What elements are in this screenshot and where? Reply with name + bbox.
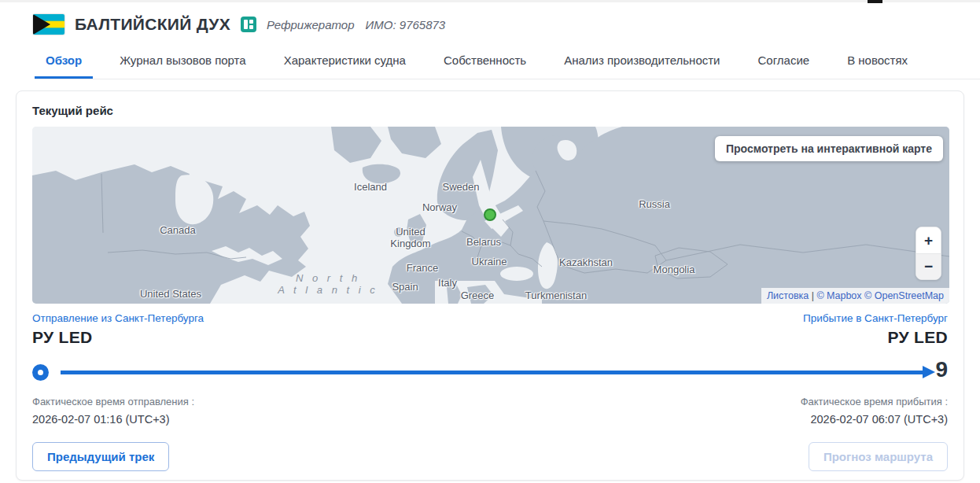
tab-4[interactable]: Анализ производительности <box>553 46 731 79</box>
destination-pin-icon: 9 <box>935 359 948 381</box>
departure-port-link[interactable]: Отправление из Санкт-Петербурга <box>32 312 204 324</box>
tab-3[interactable]: Собственность <box>433 46 537 79</box>
tab-1[interactable]: Журнал вызовов порта <box>109 46 257 79</box>
mapbox-link[interactable]: © Mapbox <box>816 290 861 301</box>
vessel-position-marker[interactable] <box>484 208 496 221</box>
voyage-map[interactable]: IcelandSwedenNorwayCanadaUnited KingdomR… <box>32 127 949 304</box>
arrival-time-label: Фактическое время прибытия : <box>801 396 948 407</box>
osm-link[interactable]: © OpenStreetMap <box>864 290 944 301</box>
attribution-separator: | <box>809 290 816 301</box>
departure-time-value: 2026-02-07 01:16 (UTC+3) <box>32 413 194 426</box>
arrival-port-link[interactable]: Прибытие в Санкт-Петербург <box>803 312 948 324</box>
top-scrollbar-thumb[interactable] <box>868 0 882 3</box>
map-attribution: Листовка | © Mapbox © OpenStreetMap <box>761 288 949 304</box>
vessel-type-label: Рефрижератор <box>267 18 355 31</box>
arrival-port-code: РУ LED <box>888 328 948 347</box>
vessel-header: БАЛТИЙСКИЙ ДУХ Рефрижератор ИМО: 9765873 <box>33 11 980 38</box>
leaflet-link[interactable]: Листовка <box>767 290 809 301</box>
tab-6[interactable]: В новостях <box>836 46 919 79</box>
tab-2[interactable]: Характеристики судна <box>273 46 417 79</box>
map-zoom-control: + − <box>916 227 941 280</box>
vessel-imo: ИМО: 9765873 <box>366 18 446 31</box>
zoom-in-button[interactable]: + <box>916 227 941 253</box>
progress-line <box>61 371 923 374</box>
zoom-out-button[interactable]: − <box>916 253 941 279</box>
vessel-name: БАЛТИЙСКИЙ ДУХ <box>75 15 230 34</box>
vessel-type-icon <box>241 17 256 32</box>
progress-arrowhead-icon <box>923 366 935 378</box>
arrival-time-value: 2026-02-07 06:07 (UTC+3) <box>801 413 948 426</box>
card-title: Текущий рейс <box>32 104 948 117</box>
view-interactive-map-button[interactable]: Просмотреть на интерактивной карте <box>715 136 943 161</box>
voyage-progress-bar: 9 <box>32 363 948 382</box>
departure-port-code: РУ LED <box>32 328 92 347</box>
previous-track-button[interactable]: Предыдущий трек <box>32 442 169 471</box>
origin-dot-icon <box>32 364 49 381</box>
bahamas-flag-icon <box>33 14 64 35</box>
top-scrollbar-track <box>0 0 980 2</box>
route-forecast-button[interactable]: Прогноз маршрута <box>809 442 948 471</box>
tab-0[interactable]: Обзор <box>35 46 93 79</box>
tab-bar: ОбзорЖурнал вызовов портаХарактеристики … <box>35 46 980 79</box>
current-voyage-card: Текущий рейс <box>16 90 964 481</box>
tab-5[interactable]: Согласие <box>746 46 820 79</box>
vessel-meta: Рефрижератор ИМО: 9765873 <box>267 18 445 31</box>
departure-time-label: Фактическое время отправления : <box>32 396 194 407</box>
